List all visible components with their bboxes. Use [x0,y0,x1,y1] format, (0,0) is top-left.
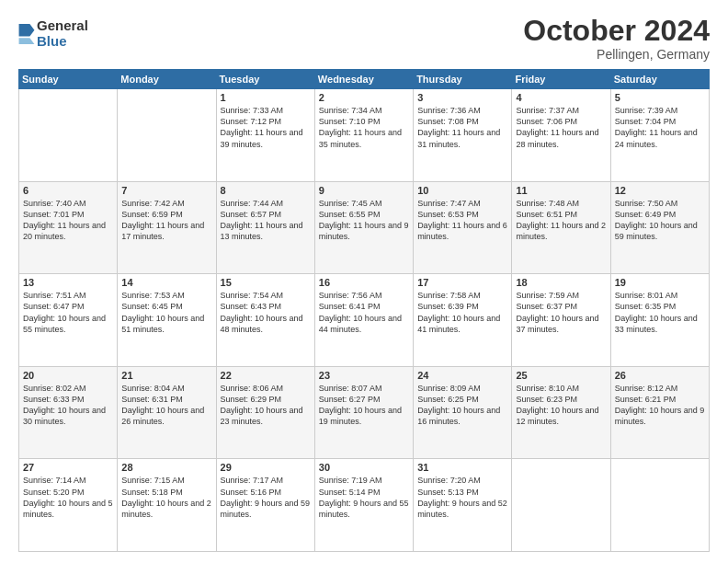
week-row-3: 13Sunrise: 7:51 AM Sunset: 6:47 PM Dayli… [19,274,710,367]
table-row: 1Sunrise: 7:33 AM Sunset: 7:12 PM Daylig… [216,89,314,182]
day-info: Sunrise: 7:34 AM Sunset: 7:10 PM Dayligh… [319,105,409,150]
col-friday: Friday [512,70,610,89]
day-info: Sunrise: 7:45 AM Sunset: 6:55 PM Dayligh… [319,198,409,243]
day-info: Sunrise: 7:56 AM Sunset: 6:41 PM Dayligh… [319,290,409,335]
table-row [512,459,610,552]
day-number: 20 [23,370,113,381]
col-sunday: Sunday [19,70,118,89]
day-info: Sunrise: 7:40 AM Sunset: 7:01 PM Dayligh… [23,198,113,243]
location: Pellingen, Germany [523,47,710,62]
day-number: 22 [221,370,311,381]
col-monday: Monday [118,70,216,89]
day-number: 14 [121,277,211,288]
table-row: 5Sunrise: 7:39 AM Sunset: 7:04 PM Daylig… [610,89,709,182]
day-info: Sunrise: 8:07 AM Sunset: 6:27 PM Dayligh… [319,383,409,428]
day-number: 29 [221,462,311,473]
table-row [118,89,216,182]
day-number: 30 [319,462,409,473]
col-saturday: Saturday [610,70,709,89]
table-row: 19Sunrise: 8:01 AM Sunset: 6:35 PM Dayli… [610,274,709,367]
day-number: 25 [516,370,606,381]
day-number: 16 [319,277,409,288]
table-row: 12Sunrise: 7:50 AM Sunset: 6:49 PM Dayli… [610,181,709,274]
table-row: 9Sunrise: 7:45 AM Sunset: 6:55 PM Daylig… [314,181,413,274]
day-info: Sunrise: 7:17 AM Sunset: 5:16 PM Dayligh… [221,475,311,520]
header-row: Sunday Monday Tuesday Wednesday Thursday… [19,70,710,89]
table-row: 26Sunrise: 8:12 AM Sunset: 6:21 PM Dayli… [610,366,709,459]
table-row: 16Sunrise: 7:56 AM Sunset: 6:41 PM Dayli… [314,274,413,367]
table-row: 2Sunrise: 7:34 AM Sunset: 7:10 PM Daylig… [314,89,413,182]
day-number: 27 [23,462,113,473]
day-number: 8 [221,185,311,196]
logo-icon [18,24,35,44]
table-row [19,89,118,182]
logo-general: General [37,18,88,34]
day-info: Sunrise: 7:33 AM Sunset: 7:12 PM Dayligh… [221,105,311,150]
table-row: 11Sunrise: 7:48 AM Sunset: 6:51 PM Dayli… [512,181,610,274]
logo-blue: Blue [37,34,88,50]
table-row: 31Sunrise: 7:20 AM Sunset: 5:13 PM Dayli… [414,459,512,552]
day-number: 28 [121,462,211,473]
table-row: 3Sunrise: 7:36 AM Sunset: 7:08 PM Daylig… [414,89,512,182]
day-number: 6 [23,185,113,196]
day-number: 1 [221,92,311,103]
table-row: 24Sunrise: 8:09 AM Sunset: 6:25 PM Dayli… [414,366,512,459]
day-info: Sunrise: 7:51 AM Sunset: 6:47 PM Dayligh… [23,290,113,335]
table-row: 15Sunrise: 7:54 AM Sunset: 6:43 PM Dayli… [216,274,314,367]
day-number: 31 [417,462,507,473]
day-info: Sunrise: 8:09 AM Sunset: 6:25 PM Dayligh… [417,383,507,428]
table-row: 8Sunrise: 7:44 AM Sunset: 6:57 PM Daylig… [216,181,314,274]
day-number: 21 [121,370,211,381]
day-info: Sunrise: 7:37 AM Sunset: 7:06 PM Dayligh… [516,105,606,150]
title-area: October 2024 Pellingen, Germany [523,15,710,62]
day-info: Sunrise: 7:14 AM Sunset: 5:20 PM Dayligh… [23,475,113,520]
day-info: Sunrise: 7:59 AM Sunset: 6:37 PM Dayligh… [516,290,606,335]
svg-marker-0 [19,24,35,37]
svg-marker-1 [19,38,35,44]
table-row: 17Sunrise: 7:58 AM Sunset: 6:39 PM Dayli… [414,274,512,367]
table-row: 4Sunrise: 7:37 AM Sunset: 7:06 PM Daylig… [512,89,610,182]
col-wednesday: Wednesday [314,70,413,89]
day-number: 3 [417,92,507,103]
col-thursday: Thursday [414,70,512,89]
week-row-1: 1Sunrise: 7:33 AM Sunset: 7:12 PM Daylig… [19,89,710,182]
day-info: Sunrise: 7:58 AM Sunset: 6:39 PM Dayligh… [417,290,507,335]
logo-text: General Blue [37,18,88,49]
table-row: 14Sunrise: 7:53 AM Sunset: 6:45 PM Dayli… [118,274,216,367]
day-number: 5 [615,92,705,103]
day-info: Sunrise: 7:48 AM Sunset: 6:51 PM Dayligh… [516,198,606,243]
day-info: Sunrise: 7:54 AM Sunset: 6:43 PM Dayligh… [221,290,311,335]
week-row-2: 6Sunrise: 7:40 AM Sunset: 7:01 PM Daylig… [19,181,710,274]
table-row: 28Sunrise: 7:15 AM Sunset: 5:18 PM Dayli… [118,459,216,552]
day-number: 2 [319,92,409,103]
table-row [610,459,709,552]
day-info: Sunrise: 8:10 AM Sunset: 6:23 PM Dayligh… [516,383,606,428]
day-info: Sunrise: 7:47 AM Sunset: 6:53 PM Dayligh… [417,198,507,243]
table-row: 29Sunrise: 7:17 AM Sunset: 5:16 PM Dayli… [216,459,314,552]
week-row-5: 27Sunrise: 7:14 AM Sunset: 5:20 PM Dayli… [19,459,710,552]
day-number: 19 [615,277,705,288]
day-number: 10 [417,185,507,196]
table-row: 25Sunrise: 8:10 AM Sunset: 6:23 PM Dayli… [512,366,610,459]
day-info: Sunrise: 8:04 AM Sunset: 6:31 PM Dayligh… [121,383,211,428]
day-info: Sunrise: 7:44 AM Sunset: 6:57 PM Dayligh… [221,198,311,243]
day-info: Sunrise: 8:02 AM Sunset: 6:33 PM Dayligh… [23,383,113,428]
table-row: 7Sunrise: 7:42 AM Sunset: 6:59 PM Daylig… [118,181,216,274]
day-info: Sunrise: 8:06 AM Sunset: 6:29 PM Dayligh… [221,383,311,428]
table-row: 20Sunrise: 8:02 AM Sunset: 6:33 PM Dayli… [19,366,118,459]
day-number: 24 [417,370,507,381]
table-row: 23Sunrise: 8:07 AM Sunset: 6:27 PM Dayli… [314,366,413,459]
day-info: Sunrise: 7:42 AM Sunset: 6:59 PM Dayligh… [121,198,211,243]
day-number: 7 [121,185,211,196]
table-row: 22Sunrise: 8:06 AM Sunset: 6:29 PM Dayli… [216,366,314,459]
day-number: 12 [615,185,705,196]
day-number: 11 [516,185,606,196]
day-number: 4 [516,92,606,103]
day-number: 13 [23,277,113,288]
day-info: Sunrise: 7:20 AM Sunset: 5:13 PM Dayligh… [417,475,507,520]
day-info: Sunrise: 7:39 AM Sunset: 7:04 PM Dayligh… [615,105,705,150]
day-info: Sunrise: 8:01 AM Sunset: 6:35 PM Dayligh… [615,290,705,335]
day-info: Sunrise: 7:53 AM Sunset: 6:45 PM Dayligh… [121,290,211,335]
col-tuesday: Tuesday [216,70,314,89]
day-info: Sunrise: 8:12 AM Sunset: 6:21 PM Dayligh… [615,383,705,428]
